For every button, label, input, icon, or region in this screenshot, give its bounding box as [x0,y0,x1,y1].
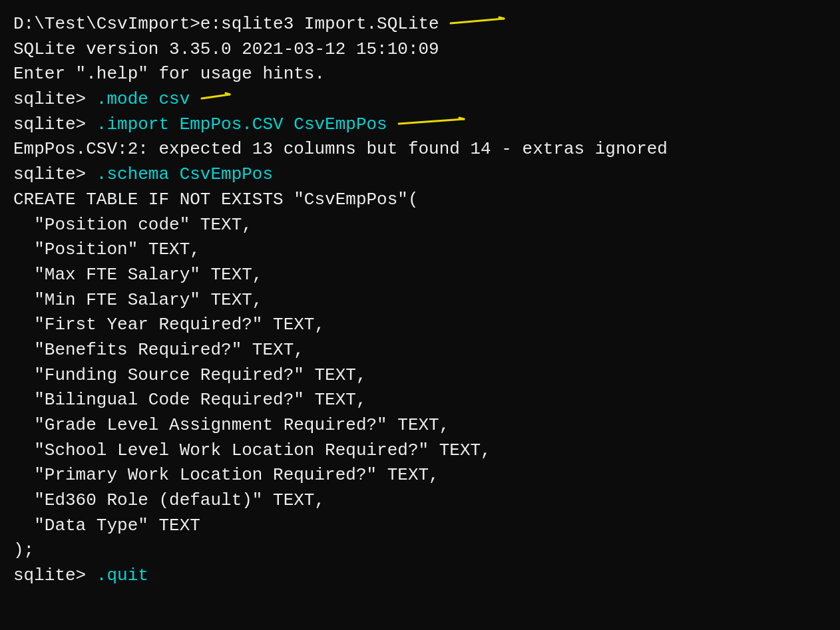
terminal-line-3: Enter ".help" for usage hints. [13,62,827,87]
terminal-line-8: CREATE TABLE IF NOT EXISTS "CsvEmpPos"( [13,188,827,213]
terminal-line-4: sqlite> .mode csv [13,87,827,112]
line11-text: "Max FTE Salary" TEXT, [13,263,262,288]
terminal-line-13: "First Year Required?" TEXT, [13,313,827,338]
line8-text: CREATE TABLE IF NOT EXISTS "CsvEmpPos"( [13,188,419,213]
line2-text: SQLite version 3.35.0 2021-03-12 15:10:0… [13,37,439,63]
line5-command: .import EmpPos.CSV CsvEmpPos [97,112,397,138]
line15-text: "Funding Source Required?" TEXT, [13,363,367,389]
annotation-arrow-3 [397,116,471,126]
line5-prompt: sqlite> [13,112,97,138]
terminal-line-18: "School Level Work Location Required?" T… [13,438,827,464]
line4-command: .mode csv [97,87,200,112]
line20-text: "Ed360 Role (default)" TEXT, [13,488,325,514]
terminal-line-15: "Funding Source Required?" TEXT, [13,363,827,389]
line23-prompt: sqlite> [13,563,97,589]
line14-text: "Benefits Required?" TEXT, [13,338,304,363]
terminal-line-6: EmpPos.CSV:2: expected 13 columns but fo… [13,137,827,162]
svg-line-1 [499,17,504,19]
line12-text: "Min FTE Salary" TEXT, [13,288,262,313]
terminal-line-19: "Primary Work Location Required?" TEXT, [13,463,827,488]
terminal-line-12: "Min FTE Salary" TEXT, [13,288,827,313]
terminal-line-21: "Data Type" TEXT [13,514,827,539]
terminal-line-7: sqlite> .schema CsvEmpPos [13,162,827,188]
terminal-line-10: "Position" TEXT, [13,237,827,263]
terminal-line-14: "Benefits Required?" TEXT, [13,338,827,363]
terminal-line-1: D:\Test\CsvImport>e:sqlite3 Import.SQLit… [13,12,827,37]
line22-text: ); [13,538,34,563]
terminal-line-17: "Grade Level Assignment Required?" TEXT, [13,413,827,438]
line13-text: "First Year Required?" TEXT, [13,313,325,338]
line1-text: D:\Test\CsvImport>e:sqlite3 Import.SQLit… [13,12,449,37]
terminal-line-20: "Ed360 Role (default)" TEXT, [13,488,827,514]
svg-line-0 [451,19,504,23]
svg-line-5 [459,118,464,119]
annotation-arrow-1 [449,15,509,26]
line23-command: .quit [97,563,148,589]
line17-text: "Grade Level Assignment Required?" TEXT, [13,413,449,438]
line21-text: "Data Type" TEXT [13,514,200,539]
line10-text: "Position" TEXT, [13,237,200,263]
terminal-window: D:\Test\CsvImport>e:sqlite3 Import.SQLit… [13,12,827,589]
svg-line-2 [202,94,230,98]
annotation-arrow-2 [200,90,235,101]
line18-text: "School Level Work Location Required?" T… [13,438,491,464]
terminal-line-23: sqlite> .quit [13,563,827,589]
terminal-line-2: SQLite version 3.35.0 2021-03-12 15:10:0… [13,37,827,63]
line19-text: "Primary Work Location Required?" TEXT, [13,463,439,488]
line7-prompt: sqlite> [13,162,97,188]
svg-line-4 [399,119,464,124]
svg-line-3 [226,93,230,94]
terminal-line-11: "Max FTE Salary" TEXT, [13,263,827,288]
terminal-line-16: "Bilingual Code Required?" TEXT, [13,388,827,413]
line4-prompt: sqlite> [13,87,97,112]
line6-text: EmpPos.CSV:2: expected 13 columns but fo… [13,137,668,162]
line9-text: "Position code" TEXT, [13,213,252,238]
terminal-line-5: sqlite> .import EmpPos.CSV CsvEmpPos [13,112,827,138]
line3-text: Enter ".help" for usage hints. [13,62,325,87]
line7-command: .schema CsvEmpPos [97,162,273,188]
terminal-line-9: "Position code" TEXT, [13,213,827,238]
terminal-line-22: ); [13,538,827,563]
line16-text: "Bilingual Code Required?" TEXT, [13,388,367,413]
